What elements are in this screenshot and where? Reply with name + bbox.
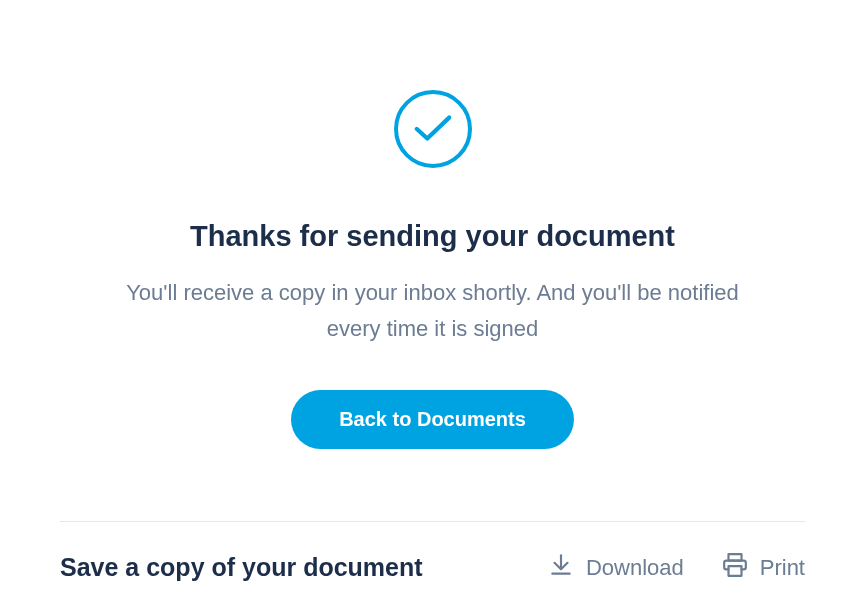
save-actions: Download Print [548,552,805,584]
print-button[interactable]: Print [722,552,805,584]
save-copy-row: Save a copy of your document Download [60,522,805,610]
save-copy-title: Save a copy of your document [60,553,423,582]
confirmation-heading: Thanks for sending your document [190,220,675,253]
download-icon [548,552,574,584]
download-button[interactable]: Download [548,552,684,584]
back-to-documents-button[interactable]: Back to Documents [291,390,574,449]
success-checkmark-icon [394,90,472,168]
download-label: Download [586,555,684,581]
svg-rect-1 [728,566,741,576]
print-icon [722,552,748,584]
confirmation-hero: Thanks for sending your document You'll … [60,0,805,449]
print-label: Print [760,555,805,581]
page-container: Thanks for sending your document You'll … [0,0,865,610]
confirmation-subtext: You'll receive a copy in your inbox shor… [113,275,753,348]
